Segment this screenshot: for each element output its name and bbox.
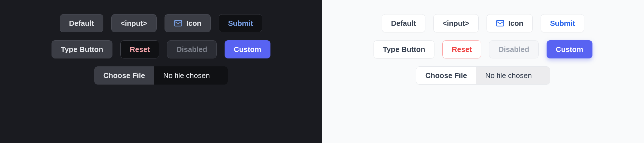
icon-button[interactable]: Icon xyxy=(165,14,211,32)
file-input[interactable]: Choose File No file chosen xyxy=(94,66,228,85)
file-row: Choose File No file chosen xyxy=(94,66,228,85)
custom-button[interactable]: Custom xyxy=(547,40,593,58)
button-row-1: Default <input> Icon Submit xyxy=(382,14,585,32)
mail-icon xyxy=(496,19,504,28)
custom-button[interactable]: Custom xyxy=(225,40,271,58)
dark-theme-panel: Default <input> Icon Submit Type Button … xyxy=(0,0,322,143)
button-row-2: Type Button Reset Disabled Custom xyxy=(374,40,593,58)
disabled-button: Disabled xyxy=(489,40,538,58)
input-styled-button[interactable]: <input> xyxy=(111,14,157,32)
input-styled-button[interactable]: <input> xyxy=(433,14,479,32)
reset-button[interactable]: Reset xyxy=(120,40,159,58)
file-row: Choose File No file chosen xyxy=(416,66,550,85)
reset-button[interactable]: Reset xyxy=(442,40,481,58)
disabled-button: Disabled xyxy=(167,40,216,58)
icon-button[interactable]: Icon xyxy=(487,14,533,32)
choose-file-button[interactable]: Choose File xyxy=(94,66,154,85)
default-button[interactable]: Default xyxy=(60,14,103,32)
light-theme-panel: Default <input> Icon Submit Type Button … xyxy=(322,0,644,143)
button-row-1: Default <input> Icon Submit xyxy=(60,14,263,32)
choose-file-button[interactable]: Choose File xyxy=(416,67,476,84)
submit-button[interactable]: Submit xyxy=(219,14,262,32)
icon-button-label: Icon xyxy=(508,19,523,28)
submit-button[interactable]: Submit xyxy=(541,14,584,32)
icon-button-label: Icon xyxy=(186,19,201,28)
default-button[interactable]: Default xyxy=(382,14,425,32)
file-status-label: No file chosen xyxy=(476,67,550,84)
type-button[interactable]: Type Button xyxy=(374,40,435,58)
button-row-2: Type Button Reset Disabled Custom xyxy=(52,40,271,58)
file-input[interactable]: Choose File No file chosen xyxy=(416,66,550,85)
file-status-label: No file chosen xyxy=(154,66,228,85)
mail-icon xyxy=(174,19,182,28)
type-button[interactable]: Type Button xyxy=(52,40,113,58)
